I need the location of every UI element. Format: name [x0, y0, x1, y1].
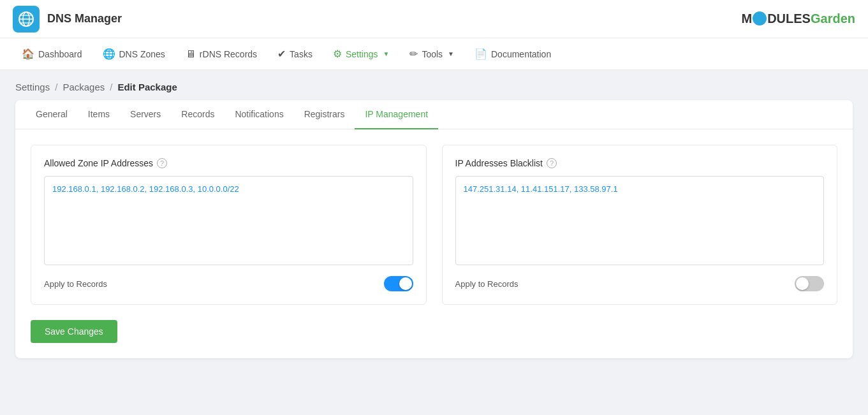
nav-documentation-label: Documentation	[491, 49, 551, 59]
tab-ip-management[interactable]: IP Management	[355, 100, 438, 129]
allowed-zone-textarea[interactable]: 192.168.0.1, 192.168.0.2, 192.168.0.3, 1…	[44, 176, 413, 265]
tab-registrars[interactable]: Registrars	[294, 100, 355, 129]
header: DNS Manager MDULESGarden	[0, 0, 868, 38]
nav-tasks-label: Tasks	[290, 49, 313, 59]
main-content: General Items Servers Records Notificati…	[0, 100, 868, 374]
tab-records[interactable]: Records	[171, 100, 224, 129]
breadcrumb-sep-1: /	[55, 82, 57, 92]
nav-documentation[interactable]: 📄 Documentation	[466, 43, 560, 65]
nav-tasks[interactable]: ✔ Tasks	[268, 43, 321, 65]
nav-dashboard[interactable]: 🏠 Dashboard	[13, 43, 91, 65]
nav-settings[interactable]: ⚙ Settings ▼	[324, 43, 399, 65]
allowed-zone-help-icon[interactable]: ?	[157, 158, 167, 168]
tab-servers[interactable]: Servers	[120, 100, 171, 129]
server-icon: 🖥	[186, 48, 196, 60]
nav-dashboard-label: Dashboard	[38, 49, 82, 59]
nav-tools[interactable]: ✏ Tools ▼	[401, 43, 463, 65]
ip-management-grid: Allowed Zone IP Addresses ? 192.168.0.1,…	[31, 145, 837, 305]
modules-garden-logo: MDULESGarden	[742, 11, 856, 27]
breadcrumb-sep-2: /	[110, 82, 112, 92]
nav-dns-zones-label: DNS Zones	[119, 49, 165, 59]
header-left: DNS Manager	[13, 6, 122, 33]
allowed-zone-title-row: Allowed Zone IP Addresses ?	[44, 158, 413, 168]
blacklist-title-row: IP Addresses Blacklist ?	[455, 158, 825, 168]
allowed-zone-toggle[interactable]	[384, 276, 413, 291]
breadcrumb-settings[interactable]: Settings	[15, 82, 50, 92]
nav-tools-label: Tools	[422, 49, 443, 59]
home-icon: 🏠	[22, 48, 34, 60]
nav-settings-label: Settings	[346, 49, 378, 59]
doc-icon: 📄	[474, 48, 487, 60]
tools-chevron-icon: ▼	[448, 50, 454, 57]
breadcrumb-area: Settings / Packages / Edit Package	[0, 70, 868, 100]
app-title: DNS Manager	[47, 12, 122, 25]
actions-row: Save Changes	[31, 320, 837, 343]
pencil-icon: ✏	[409, 48, 418, 60]
allowed-zone-apply-row: Apply to Records	[44, 276, 413, 291]
blacklist-section: IP Addresses Blacklist ? 147.251.31.14, …	[442, 145, 838, 305]
save-button[interactable]: Save Changes	[31, 320, 117, 343]
tab-general[interactable]: General	[26, 100, 78, 129]
globe-icon: 🌐	[103, 48, 115, 60]
tab-items[interactable]: Items	[78, 100, 120, 129]
settings-chevron-icon: ▼	[383, 50, 390, 57]
tabs: General Items Servers Records Notificati…	[15, 100, 853, 129]
nav-bar: 🏠 Dashboard 🌐 DNS Zones 🖥 rDNS Records ✔…	[0, 38, 868, 70]
breadcrumb: Settings / Packages / Edit Package	[15, 82, 853, 92]
blacklist-apply-label: Apply to Records	[455, 279, 519, 289]
nav-rdns-records-label: rDNS Records	[200, 49, 257, 59]
main-card: General Items Servers Records Notificati…	[15, 100, 853, 358]
app-logo	[13, 6, 40, 33]
gear-icon: ⚙	[333, 48, 342, 60]
breadcrumb-packages[interactable]: Packages	[63, 82, 105, 92]
blacklist-toggle[interactable]	[795, 276, 824, 291]
allowed-zone-section: Allowed Zone IP Addresses ? 192.168.0.1,…	[31, 145, 427, 305]
blacklist-apply-row: Apply to Records	[455, 276, 825, 291]
check-icon: ✔	[277, 48, 286, 60]
blacklist-help-icon[interactable]: ?	[547, 158, 557, 168]
blacklist-textarea[interactable]: 147.251.31.14, 11.41.151.17, 133.58.97.1	[455, 176, 825, 265]
allowed-zone-apply-label: Apply to Records	[44, 279, 107, 289]
tab-content-ip-management: Allowed Zone IP Addresses ? 192.168.0.1,…	[15, 129, 853, 358]
breadcrumb-current: Edit Package	[117, 82, 177, 92]
nav-rdns-records[interactable]: 🖥 rDNS Records	[177, 43, 266, 65]
blacklist-title: IP Addresses Blacklist	[455, 158, 543, 168]
allowed-zone-title: Allowed Zone IP Addresses	[44, 158, 153, 168]
nav-dns-zones[interactable]: 🌐 DNS Zones	[94, 43, 174, 65]
tab-notifications[interactable]: Notifications	[224, 100, 293, 129]
